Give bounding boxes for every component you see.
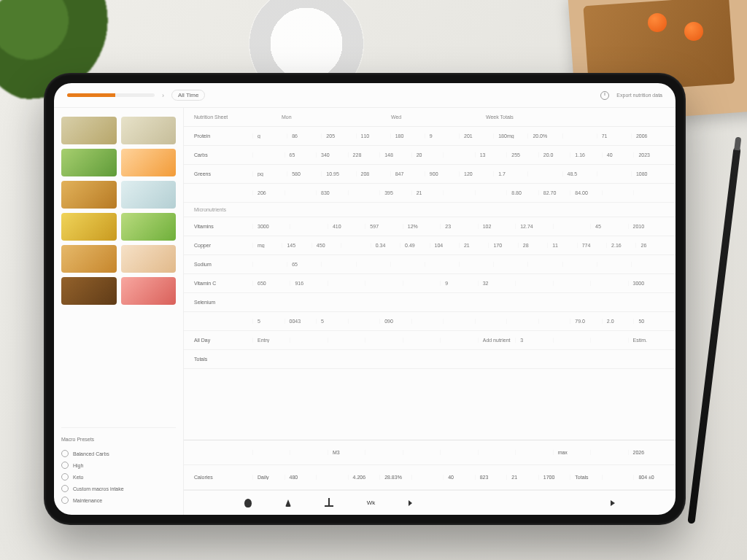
cell[interactable]	[527, 171, 562, 176]
cell[interactable]	[478, 450, 515, 455]
cell[interactable]	[390, 262, 425, 267]
cell[interactable]	[440, 450, 477, 455]
cell[interactable]: 50	[633, 319, 665, 324]
cell[interactable]: 21	[506, 475, 538, 480]
cell[interactable]: 2023	[633, 152, 665, 158]
cell[interactable]	[443, 152, 475, 158]
cell[interactable]: Add nutrient	[478, 338, 515, 343]
play-icon[interactable]	[611, 500, 615, 506]
cell[interactable]: 23	[440, 224, 477, 229]
cell[interactable]: 580	[287, 171, 321, 176]
table-row[interactable]: All DayEntryAdd nutrient3Estim.	[184, 331, 676, 350]
cell[interactable]: 12.74	[515, 224, 552, 229]
cell[interactable]: 1080	[631, 171, 665, 176]
cell[interactable]	[475, 190, 507, 195]
sidebar-item[interactable]: Custom macros intake	[61, 483, 176, 494]
cell[interactable]: 102	[478, 224, 515, 229]
cell[interactable]: 9	[440, 281, 477, 286]
cell[interactable]: 12%	[403, 224, 440, 229]
cell[interactable]	[602, 190, 634, 195]
clock-icon[interactable]	[600, 91, 609, 100]
cell[interactable]: 48.5	[562, 171, 597, 176]
chevron-right-icon[interactable]	[409, 500, 412, 506]
table-row[interactable]: Greenspg58010.952088479001201.748.51080	[184, 165, 676, 184]
cell[interactable]: Estim.	[628, 338, 665, 343]
cell[interactable]: mg	[252, 243, 282, 248]
cell[interactable]	[252, 262, 287, 267]
cell[interactable]	[321, 262, 355, 267]
cell[interactable]: 480	[285, 475, 317, 480]
cell[interactable]	[403, 281, 440, 286]
cell[interactable]: 148	[379, 152, 411, 158]
cell[interactable]: 900	[425, 171, 459, 176]
cell[interactable]	[440, 338, 477, 343]
cell[interactable]	[252, 152, 285, 158]
cell[interactable]: 0.49	[400, 243, 429, 248]
table-row[interactable]: M3max2026	[184, 440, 676, 465]
cell[interactable]: 20	[411, 152, 444, 158]
cell[interactable]: 5	[252, 319, 285, 324]
cell[interactable]: max	[553, 450, 590, 455]
cell[interactable]	[365, 338, 402, 343]
cell[interactable]: 180	[390, 133, 425, 139]
cell[interactable]: 847	[390, 171, 425, 176]
table-row[interactable]: Vitamins300041059712%2310212.74452010	[184, 217, 676, 236]
cell[interactable]: 32	[478, 281, 515, 286]
range-chip[interactable]: All Time	[171, 90, 205, 101]
cell[interactable]	[328, 338, 365, 343]
cell[interactable]	[365, 450, 402, 455]
sidebar-item[interactable]: Balanced Carbs	[61, 448, 176, 459]
cell[interactable]	[356, 262, 390, 267]
cell[interactable]: 82.70	[538, 190, 570, 195]
cell[interactable]: 21	[411, 190, 444, 195]
cell[interactable]	[290, 338, 327, 343]
cell[interactable]: 597	[365, 224, 402, 229]
cell[interactable]: 090	[379, 319, 411, 324]
cell[interactable]: 65	[285, 152, 317, 158]
cell[interactable]: Daily	[252, 475, 285, 480]
cell[interactable]	[285, 190, 317, 195]
cell[interactable]	[316, 475, 348, 480]
cell[interactable]: 2026	[628, 450, 665, 455]
cell[interactable]: 3	[515, 338, 552, 343]
cell[interactable]: 104	[430, 243, 459, 248]
cell[interactable]	[553, 281, 590, 286]
sidebar-item[interactable]: High	[61, 459, 176, 471]
cell[interactable]: 20.0%	[527, 133, 562, 139]
food-thumb[interactable]	[61, 181, 117, 209]
flame-icon[interactable]	[285, 499, 291, 507]
cell[interactable]	[403, 338, 440, 343]
cell[interactable]: 340	[316, 152, 348, 158]
cell[interactable]	[527, 262, 562, 267]
cell[interactable]: 4.206	[348, 475, 380, 480]
cell[interactable]	[590, 450, 627, 455]
table-row[interactable]: 206830395218.8082.7084.00	[184, 184, 676, 203]
cell[interactable]: 28	[518, 243, 547, 248]
table-row[interactable]: Selenium	[184, 293, 676, 312]
cell[interactable]: 28.83%	[379, 475, 411, 480]
scale-icon[interactable]	[325, 499, 333, 507]
cell[interactable]: 1.7	[493, 171, 527, 176]
cell[interactable]	[443, 319, 475, 324]
col-header[interactable]: Nutrition Sheet	[194, 114, 282, 120]
table-row[interactable]: Totals	[184, 350, 676, 369]
cell[interactable]	[328, 281, 365, 286]
cell[interactable]: 84.00	[570, 190, 602, 195]
cell[interactable]: 823	[475, 475, 507, 480]
cell[interactable]	[597, 171, 631, 176]
cell[interactable]: 830	[316, 190, 348, 195]
cell[interactable]: 13	[475, 152, 507, 158]
cell[interactable]	[348, 319, 380, 324]
cell[interactable]: 2.16	[606, 243, 635, 248]
col-header[interactable]: Mon	[282, 114, 391, 120]
sidebar-item[interactable]: Maintenance	[61, 494, 176, 506]
food-thumb[interactable]	[121, 149, 177, 176]
cell[interactable]	[365, 281, 402, 286]
cell[interactable]	[553, 224, 590, 229]
cell[interactable]	[553, 338, 590, 343]
food-thumb[interactable]	[121, 245, 177, 273]
cell[interactable]: 10.95	[321, 171, 355, 176]
cell[interactable]	[459, 262, 493, 267]
cell[interactable]: 145	[282, 243, 311, 248]
cell[interactable]: 120	[459, 171, 493, 176]
